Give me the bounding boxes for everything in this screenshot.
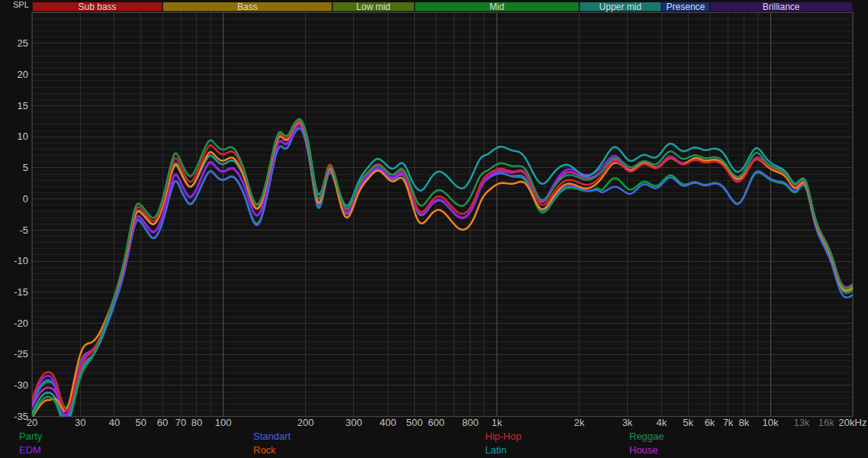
svg-text:Party: Party bbox=[19, 431, 43, 442]
svg-text:5k: 5k bbox=[683, 417, 693, 428]
svg-text:6k: 6k bbox=[705, 417, 715, 428]
svg-text:Sub bass: Sub bass bbox=[79, 2, 117, 12]
svg-text:30: 30 bbox=[75, 417, 85, 428]
svg-text:200: 200 bbox=[297, 417, 314, 428]
svg-text:60: 60 bbox=[157, 417, 168, 428]
svg-text:20: 20 bbox=[18, 69, 28, 80]
svg-text:600: 600 bbox=[428, 417, 445, 428]
svg-text:50: 50 bbox=[135, 417, 146, 428]
svg-text:-5: -5 bbox=[19, 224, 28, 236]
svg-text:-25: -25 bbox=[14, 348, 28, 360]
svg-text:70: 70 bbox=[175, 417, 186, 428]
svg-text:3k: 3k bbox=[622, 417, 633, 428]
svg-text:Standart: Standart bbox=[253, 431, 291, 442]
svg-text:400: 400 bbox=[380, 417, 397, 428]
svg-text:Reggae: Reggae bbox=[629, 431, 664, 442]
svg-text:-30: -30 bbox=[14, 379, 28, 391]
svg-text:EDM: EDM bbox=[19, 444, 41, 456]
svg-text:Bass: Bass bbox=[237, 2, 258, 12]
svg-text:20: 20 bbox=[27, 417, 37, 428]
svg-text:10: 10 bbox=[18, 131, 28, 142]
svg-text:Mid: Mid bbox=[490, 2, 504, 12]
svg-text:15: 15 bbox=[18, 100, 28, 111]
svg-text:Brilliance: Brilliance bbox=[763, 2, 800, 12]
svg-text:SPL: SPL bbox=[13, 0, 29, 9]
svg-text:300: 300 bbox=[346, 417, 362, 428]
svg-text:0: 0 bbox=[23, 193, 28, 205]
svg-text:1k: 1k bbox=[492, 417, 503, 428]
svg-text:8k: 8k bbox=[738, 417, 749, 428]
svg-text:20kHz: 20kHz bbox=[839, 417, 867, 428]
svg-text:Low mid: Low mid bbox=[356, 2, 391, 12]
svg-text:40: 40 bbox=[109, 417, 120, 428]
svg-text:Presence: Presence bbox=[667, 2, 706, 12]
svg-text:-20: -20 bbox=[14, 318, 28, 329]
svg-text:-10: -10 bbox=[14, 255, 28, 266]
svg-text:2k: 2k bbox=[574, 417, 584, 428]
svg-text:16k: 16k bbox=[818, 417, 834, 428]
svg-text:Latin: Latin bbox=[485, 444, 506, 456]
svg-text:80: 80 bbox=[191, 417, 202, 428]
svg-text:4k: 4k bbox=[656, 417, 667, 428]
svg-text:Hip-Hop: Hip-Hop bbox=[485, 431, 522, 442]
svg-text:500: 500 bbox=[407, 417, 423, 428]
svg-text:10k: 10k bbox=[763, 417, 779, 428]
svg-text:100: 100 bbox=[215, 417, 232, 428]
svg-text:Rock: Rock bbox=[253, 444, 276, 456]
svg-text:25: 25 bbox=[18, 37, 28, 49]
svg-text:13k: 13k bbox=[793, 417, 809, 428]
svg-text:7k: 7k bbox=[723, 417, 734, 428]
svg-text:5: 5 bbox=[23, 162, 28, 173]
svg-text:800: 800 bbox=[462, 417, 479, 428]
svg-text:House: House bbox=[629, 444, 658, 456]
svg-text:-15: -15 bbox=[14, 286, 28, 298]
svg-text:Upper mid: Upper mid bbox=[600, 2, 641, 12]
